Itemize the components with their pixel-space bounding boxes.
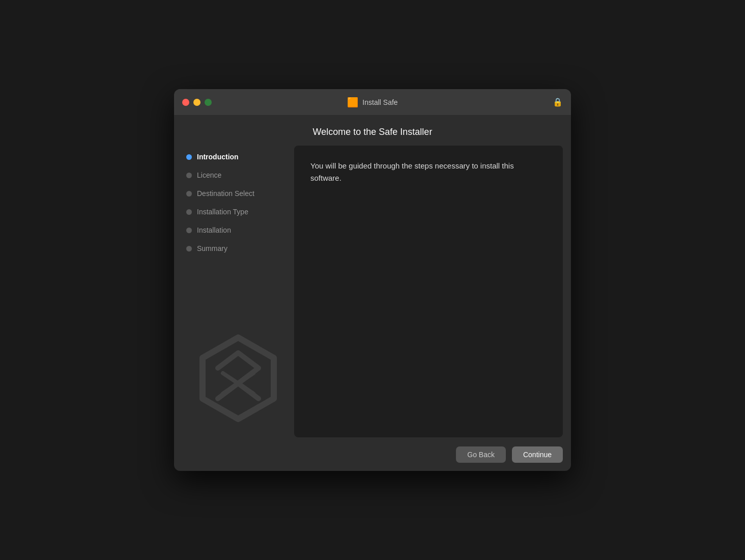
traffic-lights: [182, 99, 212, 106]
step-dot-licence: [186, 173, 192, 178]
close-button[interactable]: [182, 99, 189, 106]
sidebar-item-installation-type[interactable]: Installation Type: [182, 203, 294, 221]
sidebar-item-licence[interactable]: Licence: [182, 166, 294, 184]
lock-icon: 🔒: [553, 97, 563, 107]
main-area: Introduction Licence Destination Select …: [174, 146, 571, 439]
sidebar-label-introduction: Introduction: [197, 153, 239, 161]
app-icon: 🟧: [347, 97, 358, 108]
sidebar-item-installation[interactable]: Installation: [182, 221, 294, 239]
window-title: Install Safe: [362, 98, 397, 106]
continue-button[interactable]: Continue: [512, 446, 563, 463]
minimize-button[interactable]: [193, 99, 200, 106]
sidebar-label-summary: Summary: [197, 244, 227, 253]
intro-body-text: You will be guided through the steps nec…: [310, 160, 547, 184]
svg-marker-0: [203, 338, 274, 419]
sidebar-label-installation: Installation: [197, 226, 231, 234]
content-panel: You will be guided through the steps nec…: [294, 146, 563, 437]
go-back-button[interactable]: Go Back: [456, 446, 506, 463]
installer-window: 🟧 Install Safe 🔒 Welcome to the Safe Ins…: [174, 89, 571, 471]
footer: Go Back Continue: [174, 439, 571, 471]
sidebar-item-summary[interactable]: Summary: [182, 239, 294, 258]
sidebar-label-destination-select: Destination Select: [197, 189, 254, 198]
sidebar-item-destination-select[interactable]: Destination Select: [182, 184, 294, 203]
page-title: Welcome to the Safe Installer: [174, 116, 571, 146]
sidebar-item-introduction[interactable]: Introduction: [182, 148, 294, 166]
step-dot-introduction: [186, 154, 192, 160]
sidebar: Introduction Licence Destination Select …: [182, 146, 294, 439]
step-dot-installation: [186, 228, 192, 233]
content-area: Welcome to the Safe Installer Introducti…: [174, 116, 571, 471]
step-dot-destination-select: [186, 191, 192, 197]
watermark-logo: [187, 327, 289, 429]
step-dot-summary: [186, 246, 192, 251]
sidebar-label-installation-type: Installation Type: [197, 208, 248, 216]
titlebar: 🟧 Install Safe 🔒: [174, 89, 571, 116]
titlebar-center: 🟧 Install Safe: [347, 97, 397, 108]
sidebar-label-licence: Licence: [197, 171, 221, 179]
step-dot-installation-type: [186, 209, 192, 215]
maximize-button[interactable]: [205, 99, 212, 106]
